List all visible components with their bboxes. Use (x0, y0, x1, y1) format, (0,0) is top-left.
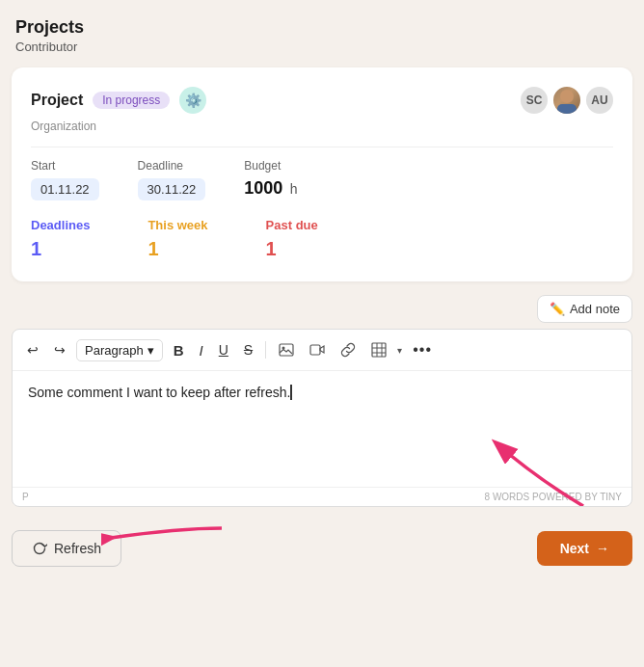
bottom-bar: Refresh Next → (0, 517, 644, 580)
editor-footer-left: P (22, 492, 29, 502)
next-label: Next (560, 541, 589, 556)
deadline-col: Deadline 30.11.22 (138, 159, 206, 200)
start-date: 01.11.22 (31, 178, 99, 200)
avatar-au: AU (586, 87, 613, 114)
pastdue-col: Past due 1 (266, 218, 318, 260)
project-label: Project (31, 92, 83, 109)
video-icon (309, 342, 325, 358)
table-button[interactable] (366, 338, 391, 361)
refresh-label: Refresh (54, 541, 101, 556)
italic-button[interactable]: I (195, 338, 208, 362)
page-header: Projects Contributor (0, 0, 644, 58)
add-note-row: ✏️ Add note (12, 295, 632, 323)
avatar-img (551, 85, 582, 116)
undo-button[interactable]: ↩ (22, 338, 43, 361)
bold-button[interactable]: B (169, 338, 189, 362)
link-button[interactable] (335, 338, 361, 361)
svg-rect-2 (310, 345, 320, 355)
project-meta: Start 01.11.22 Deadline 30.11.22 Budget … (31, 159, 613, 200)
arrow-right-icon: → (596, 541, 609, 556)
budget-unit: h (290, 181, 298, 197)
format-select-label: Paragraph (85, 343, 144, 358)
toolbar-divider-1 (265, 341, 266, 359)
underline-button[interactable]: U (214, 338, 233, 361)
image-button[interactable] (274, 338, 299, 361)
next-button[interactable]: Next → (537, 531, 632, 566)
project-card-header: Project In progress ⚙️ SC AU (31, 85, 613, 116)
add-note-label: Add note (570, 302, 620, 316)
add-note-button[interactable]: ✏️ Add note (537, 295, 632, 323)
project-card: Project In progress ⚙️ SC AU Organizatio… (12, 67, 632, 281)
text-cursor (290, 385, 292, 400)
svg-rect-3 (372, 343, 386, 357)
chevron-table-icon: ▾ (397, 345, 402, 356)
deadlines-value: 1 (31, 238, 90, 260)
budget-col: Budget 1000 h (244, 159, 297, 200)
more-button[interactable]: ••• (408, 337, 437, 362)
budget-label: Budget (244, 159, 297, 173)
budget-value: 1000 (244, 178, 282, 198)
redo-button[interactable]: ↪ (49, 338, 70, 361)
svg-rect-0 (280, 344, 293, 356)
thisweek-value: 1 (148, 238, 207, 260)
card-divider (31, 147, 613, 147)
link-icon (340, 342, 356, 358)
editor-toolbar: ↩ ↪ Paragraph ▾ B I U S (13, 330, 631, 371)
strikethrough-button[interactable]: S (239, 338, 257, 361)
editor-body[interactable]: Some comment I want to keep after refres… (13, 371, 631, 487)
pastdue-label: Past due (266, 218, 318, 232)
image-icon (279, 342, 294, 358)
deadlines-col: Deadlines 1 (31, 218, 90, 260)
start-label: Start (31, 159, 99, 173)
project-card-left: Project In progress ⚙️ (31, 87, 206, 114)
avatar-body (557, 104, 577, 114)
thisweek-col: This week 1 (148, 218, 207, 260)
refresh-icon (32, 541, 47, 556)
deadline-label: Deadline (138, 159, 206, 173)
avatar-face (553, 87, 580, 114)
org-label: Organization (31, 120, 613, 133)
avatar-sc: SC (521, 87, 548, 114)
pencil-icon: ✏️ (550, 302, 565, 316)
editor-container: ↩ ↪ Paragraph ▾ B I U S (12, 329, 632, 507)
editor-footer: P 8 WORDS POWERED BY TINY (13, 487, 631, 506)
deadlines-row: Deadlines 1 This week 1 Past due 1 (31, 218, 613, 260)
settings-icon: ⚙️ (179, 87, 206, 114)
video-button[interactable] (305, 338, 330, 361)
avatar-head (560, 90, 574, 103)
refresh-button[interactable]: Refresh (12, 530, 121, 567)
editor-footer-right: 8 WORDS POWERED BY TINY (485, 492, 622, 502)
page-subtitle: Contributor (15, 40, 629, 54)
deadline-date: 30.11.22 (138, 178, 206, 200)
editor-body-wrapper: Some comment I want to keep after refres… (13, 371, 631, 487)
pastdue-value: 1 (266, 238, 318, 260)
status-badge: In progress (93, 92, 170, 109)
editor-section: ✏️ Add note ↩ ↪ Paragraph ▾ B I U S (12, 295, 632, 507)
editor-content: Some comment I want to keep after refres… (28, 385, 290, 400)
avatar-group: SC AU (521, 85, 613, 116)
deadlines-label: Deadlines (31, 218, 90, 232)
thisweek-label: This week (148, 218, 207, 232)
table-icon (371, 342, 387, 358)
page-title: Projects (15, 17, 629, 38)
start-col: Start 01.11.22 (31, 159, 99, 200)
chevron-down-icon: ▾ (148, 343, 154, 358)
format-select[interactable]: Paragraph ▾ (76, 339, 163, 361)
